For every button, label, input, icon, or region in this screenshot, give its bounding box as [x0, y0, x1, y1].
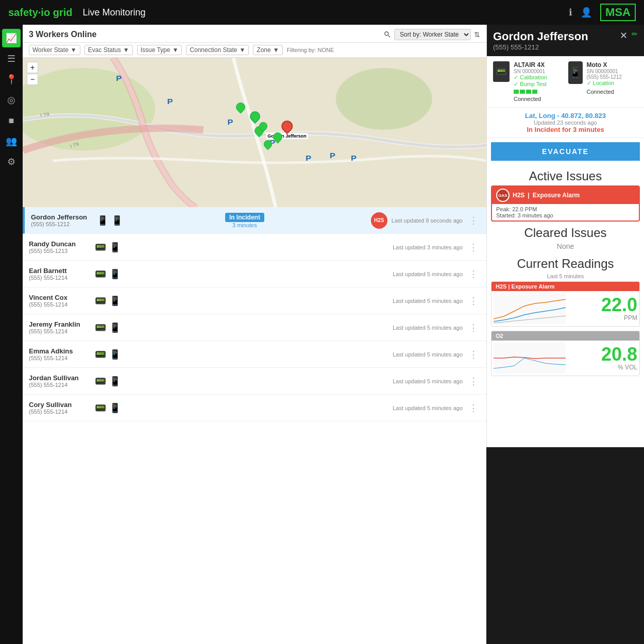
battery-seg [514, 90, 519, 94]
device2-status: Connected [587, 89, 638, 95]
sort-select[interactable]: Sort by: Worker State [394, 29, 471, 40]
marker-5[interactable] [259, 122, 267, 130]
logo: safety·io grid [8, 7, 72, 19]
marker-2[interactable] [250, 111, 260, 122]
device-gas-icon: 📱 [97, 215, 108, 226]
worker-name: Emma Adkins [29, 347, 91, 355]
worker-row[interactable]: Emma Adkins (555) 555-1214 📟 📱 Last upda… [23, 341, 486, 368]
last-updated: Last updated 5 minutes ago [393, 378, 463, 384]
marker-4[interactable] [273, 132, 282, 142]
worker-menu-icon[interactable]: ⋮ [467, 376, 480, 387]
battery-seg [526, 90, 531, 94]
sort-direction-icon[interactable]: ⇅ [474, 30, 480, 39]
reading-value-h2s: 22.0 PPM [568, 296, 637, 321]
last-updated: Last updated 3 minutes ago [393, 244, 463, 250]
map-controls: + − [27, 62, 38, 85]
worker-info: Cory Sullivan (555) 555-1214 [29, 401, 91, 415]
active-issues-title: Active Issues [487, 165, 644, 185]
worker-menu-icon[interactable]: ⋮ [467, 349, 480, 360]
worker-menu-icon[interactable]: ⋮ [467, 402, 480, 414]
active-issues-section: GAS H2S | Exposure Alarm Peak: 22.0 PPM … [487, 185, 644, 226]
worker-phone: (555) 555-1213 [29, 248, 91, 254]
worker-menu-icon[interactable]: ⋮ [467, 215, 480, 226]
reading-unit-h2s: PPM [568, 314, 637, 321]
filter-bar: Worker State ▼ Evac Status ▼ Issue Type … [23, 43, 486, 58]
svg-text:P: P [116, 74, 122, 82]
search-icon[interactable] [384, 31, 391, 38]
right-panel: Gordon Jefferson (555) 555-1212 ✕ ✏ 📟 AL… [486, 25, 644, 447]
filter-zone[interactable]: Zone ▼ [253, 45, 282, 55]
issue-gas-type: H2S [513, 192, 524, 199]
issue-peak: Peak: 22.0 PPM [496, 206, 635, 212]
filter-connection-state[interactable]: Connection State ▼ [186, 45, 249, 55]
worker-phone: (555) 555-1212 [31, 221, 93, 227]
sidebar-item-list[interactable]: ☰ [2, 49, 21, 68]
worker-info: Gordon Jefferson (555) 555-1212 [31, 213, 93, 227]
chevron-down-icon: ▼ [239, 46, 245, 54]
marker-gordon[interactable]: Gordon Jefferson [266, 121, 308, 139]
worker-row[interactable]: Jordan Sullivan (555) 555-1214 📟 📱 Last … [23, 368, 486, 395]
close-button[interactable]: ✕ [620, 30, 628, 41]
device-phone-icon: 📱 [109, 349, 121, 360]
worker-menu-icon[interactable]: ⋮ [467, 322, 480, 333]
worker-row[interactable]: Gordon Jefferson (555) 555-1212 📱 📱 In I… [23, 207, 486, 234]
worker-name: Vincent Cox [29, 294, 91, 301]
battery-seg [520, 90, 525, 94]
marker-6[interactable] [264, 140, 272, 148]
sidebar-item-target[interactable]: ◎ [2, 91, 21, 109]
reading-header-o2: O2 [492, 331, 639, 341]
device2-sn: SN 00000001 [587, 69, 638, 74]
worker-row[interactable]: Vincent Cox (555) 555-1214 📟 📱 Last upda… [23, 287, 486, 314]
last-updated: Last updated 5 minutes ago [393, 351, 463, 358]
nav-icons: ℹ 👤 MSA [569, 4, 636, 21]
o2-chart [494, 343, 566, 374]
issue-header: GAS H2S | Exposure Alarm [492, 187, 639, 204]
marker-1[interactable] [236, 103, 245, 112]
device-phone-icon: 📱 [109, 322, 121, 333]
worker-detail-info: Gordon Jefferson (555) 555-1212 [493, 30, 620, 51]
map-zoom-out[interactable]: − [27, 74, 38, 85]
battery-seg [532, 90, 537, 94]
worker-name: Randy Duncan [29, 240, 91, 248]
sort-bar: Sort by: Worker State ⇅ [384, 29, 480, 40]
issue-body: Peak: 22.0 PPM Started: 3 minutes ago [492, 204, 639, 221]
worker-menu-icon[interactable]: ⋮ [467, 268, 480, 280]
sidebar-item-settings[interactable]: ⚙ [2, 152, 21, 171]
svg-point-4 [336, 68, 432, 130]
filter-worker-state[interactable]: Worker State ▼ [29, 45, 80, 55]
reading-body-o2: 20.8 % VOL [492, 341, 639, 376]
sidebar-item-activity[interactable]: 📈 [2, 29, 21, 47]
map-zoom-in[interactable]: + [27, 62, 38, 73]
worker-devices: 📟 📱 [95, 295, 121, 307]
h2s-chart [494, 293, 566, 324]
worker-row[interactable]: Randy Duncan (555) 555-1213 📟 📱 Last upd… [23, 234, 486, 261]
worker-row[interactable]: Jeremy Franklin (555) 555-1214 📟 📱 Last … [23, 314, 486, 341]
worker-name: Earl Barnett [29, 267, 91, 275]
worker-row[interactable]: Cory Sullivan (555) 555-1214 📟 📱 Last up… [23, 395, 486, 421]
worker-devices: 📟 📱 [95, 268, 121, 280]
worker-row[interactable]: Earl Barnett (555) 555-1214 📟 📱 Last upd… [23, 261, 486, 287]
worker-info: Jordan Sullivan (555) 555-1214 [29, 374, 91, 388]
worker-menu-icon[interactable]: ⋮ [467, 295, 480, 307]
updated-text: Updated 23 seconds ago [493, 120, 638, 126]
edit-icon[interactable]: ✏ [632, 30, 638, 41]
worker-name: Cory Sullivan [29, 401, 91, 409]
filter-evac-status[interactable]: Evac Status ▼ [84, 45, 133, 55]
user-icon[interactable]: 👤 [581, 7, 592, 18]
device1-icon: 📟 [493, 61, 510, 82]
worker-name: Jeremy Franklin [29, 320, 91, 328]
svg-line-1 [388, 36, 391, 38]
reading-card-o2: O2 20.8 % VOL [491, 331, 640, 376]
filter-issue-type[interactable]: Issue Type ▼ [137, 45, 182, 55]
reading-value-o2: 20.8 % VOL [568, 345, 637, 371]
reading-header-h2s: H2S | Exposure Alarm [492, 282, 639, 291]
worker-menu-icon[interactable]: ⋮ [467, 242, 480, 253]
sidebar-item-workers[interactable]: 👥 [2, 132, 21, 150]
map-background: P P P P P P P I 79 I 79 + − [23, 58, 486, 207]
nav-title: Live Monitoring [82, 7, 145, 18]
device2-icon: 📱 [568, 61, 583, 84]
evacuate-button[interactable]: EVACUATE [491, 142, 640, 161]
info-icon[interactable]: ℹ [569, 7, 572, 18]
sidebar-item-location[interactable]: 📍 [2, 70, 21, 89]
sidebar-item-square[interactable]: ■ [2, 111, 21, 130]
